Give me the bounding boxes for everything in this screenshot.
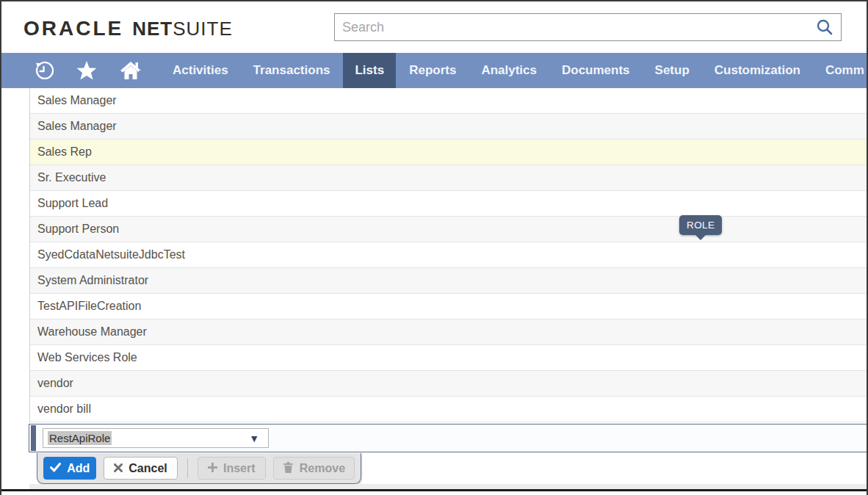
role-name-label: Support Lead	[37, 197, 108, 209]
insert-button-label: Insert	[223, 462, 256, 475]
role-name-label: TestAPIFileCreation	[37, 300, 141, 312]
plus-icon	[208, 462, 217, 475]
role-list-item[interactable]: Sales Manager	[30, 114, 867, 140]
nav-tab[interactable]: Transactions	[242, 53, 342, 88]
role-name-label: Sales Manager	[37, 94, 117, 106]
role-name-label: Sales Manager	[37, 120, 117, 132]
role-list-item[interactable]: SyedCdataNetsuiteJdbcTest	[30, 242, 867, 268]
search-icon[interactable]	[809, 18, 841, 36]
role-list-item[interactable]: TestAPIFileCreation	[30, 294, 867, 319]
nav-tab-label: Customization	[715, 63, 800, 78]
logo-suite-text: SUITE	[173, 18, 233, 40]
logo-oracle-text: ORACLE	[23, 17, 123, 40]
x-icon	[114, 462, 123, 475]
row-selection-indicator	[31, 425, 36, 451]
trash-icon	[283, 461, 294, 476]
nav-icon-group	[1, 53, 161, 88]
role-tooltip: ROLE	[679, 215, 722, 235]
role-name-label: Support Person	[37, 223, 119, 235]
header-bar: ORACLENETSUITE	[1, 1, 867, 53]
nav-tab[interactable]: Analytics	[469, 53, 549, 88]
role-combobox-input[interactable]: RestApiRole ▼	[43, 428, 269, 448]
nav-tab-label: Documents	[562, 63, 630, 78]
button-divider	[187, 458, 188, 478]
nav-tab[interactable]: Comm	[814, 53, 868, 88]
oracle-netsuite-logo: ORACLENETSUITE	[23, 17, 233, 40]
nav-tab[interactable]: Lists	[343, 53, 396, 88]
role-input-selected-text: RestApiRole	[48, 431, 112, 445]
cancel-button-label: Cancel	[129, 462, 167, 475]
add-button-label: Add	[67, 462, 90, 475]
shortcuts-star-icon[interactable]	[76, 60, 98, 81]
role-list-item[interactable]: vendor bill	[30, 397, 867, 422]
frame-bottom-edge	[1, 489, 867, 491]
remove-button[interactable]: Remove	[273, 457, 355, 480]
role-list-item[interactable]: vendor	[30, 371, 867, 397]
role-name-label: Web Services Role	[37, 351, 137, 364]
logo-net-text: NET	[132, 18, 173, 40]
new-role-edit-row: RestApiRole ▼	[29, 424, 867, 452]
role-list-item[interactable]: Web Services Role	[30, 345, 867, 371]
role-name-label: Warehouse Manager	[37, 325, 147, 338]
nav-tab[interactable]: Reports	[397, 53, 468, 88]
nav-tab[interactable]: Setup	[643, 53, 701, 88]
nav-tab-label: Comm	[825, 63, 864, 78]
nav-items: Activities Transactions Lists Reports An…	[161, 53, 868, 88]
role-list-item[interactable]: Sales Rep	[30, 140, 867, 165]
nav-tab-label: Reports	[409, 63, 456, 78]
main-navigation-bar: Activities Transactions Lists Reports An…	[1, 53, 867, 88]
role-name-label: Sr. Executive	[37, 171, 106, 184]
nav-tab[interactable]: Documents	[550, 53, 642, 88]
nav-tab-label: Transactions	[253, 63, 330, 78]
recent-records-icon[interactable]	[34, 61, 54, 81]
nav-tab[interactable]: Customization	[703, 53, 812, 88]
global-search-box	[334, 13, 842, 41]
nav-tab-label: Lists	[355, 63, 384, 78]
home-icon[interactable]	[120, 60, 142, 81]
role-name-label: SyedCdataNetsuiteJdbcTest	[37, 248, 185, 261]
nav-tab-label: Setup	[655, 63, 690, 78]
role-list-item[interactable]: Support Person	[30, 217, 867, 242]
role-list-item[interactable]: Warehouse Manager	[30, 319, 867, 345]
check-icon	[50, 462, 61, 475]
nav-tab-label: Analytics	[481, 63, 537, 78]
role-name-label: vendor	[37, 377, 73, 389]
role-list-item[interactable]: Sr. Executive	[30, 165, 867, 191]
search-input[interactable]	[335, 14, 809, 40]
add-button[interactable]: Add	[43, 457, 96, 480]
nav-tab[interactable]: Activities	[161, 53, 240, 88]
role-tooltip-label: ROLE	[687, 220, 715, 231]
remove-button-label: Remove	[300, 462, 345, 475]
role-name-label: System Administrator	[37, 274, 148, 286]
chevron-down-icon[interactable]: ▼	[249, 433, 259, 444]
nav-tab-label: Activities	[173, 63, 228, 78]
role-name-label: Sales Rep	[37, 145, 92, 158]
netsuite-window: ORACLENETSUITE	[0, 0, 868, 495]
edit-actions-panel: Add Cancel Insert Remove	[37, 453, 361, 484]
cancel-button[interactable]: Cancel	[104, 457, 177, 480]
roles-list: Sales Manager Sales Manager Sales Rep Sr…	[29, 88, 867, 422]
role-name-label: vendor bill	[37, 402, 91, 415]
role-list-item[interactable]: System Administrator	[30, 268, 867, 294]
role-list-item[interactable]: Support Lead	[30, 191, 867, 217]
insert-button[interactable]: Insert	[198, 457, 266, 480]
role-list-item[interactable]: Sales Manager	[30, 88, 867, 114]
